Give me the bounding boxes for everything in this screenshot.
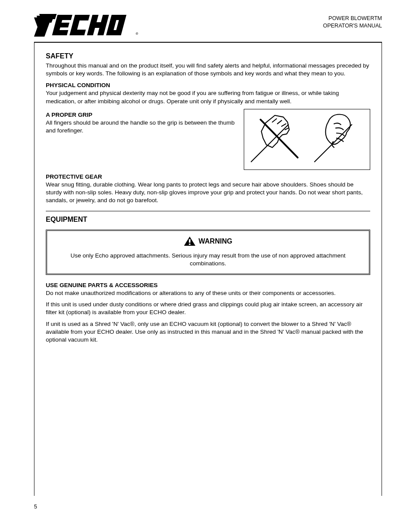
physical-condition-heading: PHYSICAL CONDITION xyxy=(46,82,370,88)
gear-heading: PROTECTIVE GEAR xyxy=(46,173,370,180)
product-name: POWER BLOWERTM xyxy=(323,15,382,22)
grip-text: All fingers should be around the handle … xyxy=(46,119,236,135)
svg-line-6 xyxy=(314,125,351,162)
svg-rect-8 xyxy=(189,244,191,245)
brand-logo: ® xyxy=(34,13,140,38)
warning-icon xyxy=(184,236,196,247)
section-title-safety: safety xyxy=(46,52,370,60)
header-product: POWER BLOWERTM OPERATOR'S MANUAL xyxy=(323,13,382,30)
warning-label: WARNING xyxy=(198,237,232,245)
content-frame: safety Throughout this manual and on the… xyxy=(34,43,382,496)
equipment-item-1: Do not make unauthorized modifications o… xyxy=(46,289,370,297)
svg-line-5 xyxy=(260,119,297,157)
grip-illustration xyxy=(244,109,370,170)
doc-type: OPERATOR'S MANUAL xyxy=(323,22,382,30)
section-title-equipment: equipment xyxy=(46,216,370,224)
svg-rect-7 xyxy=(189,239,191,243)
svg-marker-2 xyxy=(39,14,57,19)
physical-condition-text: Your judgement and physical dexterity ma… xyxy=(46,89,370,105)
page-number: 5 xyxy=(34,504,382,510)
grip-heading: A PROPER GRIP xyxy=(46,112,236,118)
equipment-item-2: If this unit is used under dusty conditi… xyxy=(46,301,370,316)
gear-text: Wear snug fitting, durable clothing. Wea… xyxy=(46,181,370,205)
genuine-parts-heading: USE GENUINE PARTS & ACCESSORIES xyxy=(46,282,370,288)
section-divider xyxy=(46,211,370,211)
warning-text: Use only Echo approved attachments. Seri… xyxy=(54,252,362,268)
warning-callout: WARNING Use only Echo approved attachmen… xyxy=(46,230,370,275)
safety-intro: Throughout this manual and on the produc… xyxy=(46,62,370,78)
svg-text:®: ® xyxy=(136,32,138,36)
equipment-item-3: If unit is used as a Shred 'N' Vac®, onl… xyxy=(46,320,370,344)
